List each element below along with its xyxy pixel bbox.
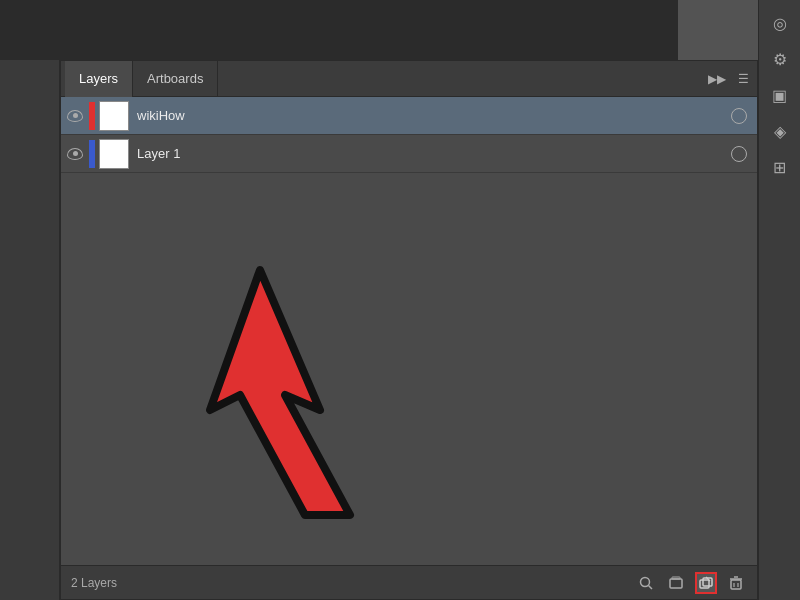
right-icon-1[interactable]: ◎ bbox=[765, 8, 795, 38]
right-icon-3[interactable]: ▣ bbox=[765, 80, 795, 110]
panel-tabs: Layers Artboards ▶▶ ☰ bbox=[61, 61, 757, 97]
color-bar-wikihow bbox=[89, 102, 95, 130]
bottom-icons bbox=[635, 572, 747, 594]
right-icon-5[interactable]: ⊞ bbox=[765, 152, 795, 182]
top-right-area bbox=[678, 0, 758, 60]
layer-row-layer1[interactable]: Layer 1 bbox=[61, 135, 757, 173]
svg-rect-3 bbox=[672, 577, 680, 579]
bottom-bar: 2 Layers bbox=[61, 565, 757, 599]
right-icon-4[interactable]: ◈ bbox=[765, 116, 795, 146]
svg-rect-7 bbox=[731, 580, 741, 589]
left-tool-panel bbox=[0, 60, 60, 600]
layer-name-layer1: Layer 1 bbox=[137, 146, 731, 161]
svg-point-0 bbox=[641, 577, 650, 586]
layer-row-wikihow[interactable]: wikiHow bbox=[61, 97, 757, 135]
panel-menu-icon[interactable]: ▶▶ bbox=[704, 70, 730, 88]
thumbnail-wikihow bbox=[99, 101, 129, 131]
layer-count: 2 Layers bbox=[71, 576, 117, 590]
panel-options-icon[interactable]: ☰ bbox=[734, 70, 753, 88]
move-to-new-layer-button[interactable] bbox=[695, 572, 717, 594]
layers-panel: Layers Artboards ▶▶ ☰ wikiHow bbox=[60, 60, 758, 600]
right-icon-2[interactable]: ⚙ bbox=[765, 44, 795, 74]
target-wikihow[interactable] bbox=[731, 108, 747, 124]
svg-rect-2 bbox=[670, 579, 682, 588]
svg-line-1 bbox=[649, 585, 653, 589]
thumbnail-layer1 bbox=[99, 139, 129, 169]
search-button[interactable] bbox=[635, 572, 657, 594]
add-layer-button[interactable] bbox=[665, 572, 687, 594]
target-layer1[interactable] bbox=[731, 146, 747, 162]
visibility-wikihow[interactable] bbox=[61, 110, 89, 122]
right-panel: ◎ ⚙ ▣ ◈ ⊞ bbox=[758, 0, 800, 600]
layer-name-wikihow: wikiHow bbox=[137, 108, 731, 123]
panel-tab-icons: ▶▶ ☰ bbox=[704, 70, 753, 88]
delete-layer-button[interactable] bbox=[725, 572, 747, 594]
eye-icon-layer1 bbox=[67, 148, 83, 160]
tab-artboards[interactable]: Artboards bbox=[133, 61, 218, 97]
visibility-layer1[interactable] bbox=[61, 148, 89, 160]
svg-rect-4 bbox=[700, 580, 709, 588]
color-bar-layer1 bbox=[89, 140, 95, 168]
layers-list: wikiHow Layer 1 bbox=[61, 97, 757, 565]
tab-layers[interactable]: Layers bbox=[65, 61, 133, 97]
eye-icon-wikihow bbox=[67, 110, 83, 122]
